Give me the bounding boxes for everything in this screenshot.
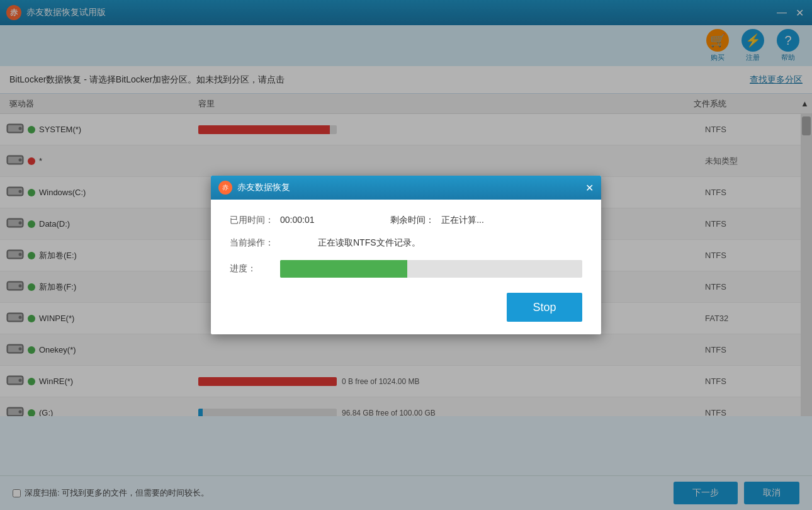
modal-app-icon: 赤 [218, 181, 232, 195]
elapsed-label: 已用时间： [230, 215, 280, 226]
modal-button-row: Stop [230, 293, 582, 322]
progress-row: 进度： [230, 260, 582, 278]
modal-overlay: 赤 赤友数据恢复 ✕ 已用时间： 00:00:01 剩余时间： 正在计算... … [0, 0, 812, 510]
progress-bar [280, 260, 582, 278]
modal-title: 赤友数据恢复 [237, 182, 290, 193]
time-row: 已用时间： 00:00:01 剩余时间： 正在计算... [230, 215, 582, 226]
operation-row: 当前操作： 正在读取NTFS文件记录。 [230, 237, 582, 249]
progress-dialog: 赤 赤友数据恢复 ✕ 已用时间： 00:00:01 剩余时间： 正在计算... … [211, 176, 601, 334]
modal-title-bar: 赤 赤友数据恢复 ✕ [211, 176, 601, 200]
stop-button[interactable]: Stop [507, 293, 582, 322]
remaining-value: 正在计算... [441, 215, 484, 225]
progress-bar-fill [280, 260, 407, 278]
operation-label: 当前操作： [230, 237, 280, 249]
remaining-label: 剩余时间： 正在计算... [390, 215, 484, 226]
progress-label: 进度： [230, 263, 280, 275]
modal-body: 已用时间： 00:00:01 剩余时间： 正在计算... 当前操作： 正在读取N… [211, 200, 601, 334]
operation-value: 正在读取NTFS文件记录。 [318, 237, 420, 249]
elapsed-value: 00:00:01 [280, 215, 315, 225]
modal-close-button[interactable]: ✕ [585, 182, 594, 194]
